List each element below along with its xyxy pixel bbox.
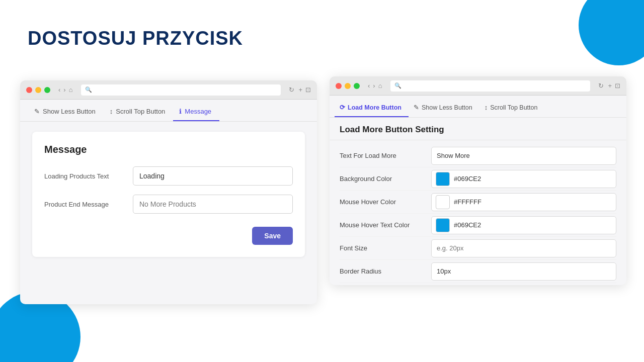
nav-back-right[interactable]: ‹ bbox=[368, 82, 370, 89]
tab-label-show-less-right: Show Less Button bbox=[422, 104, 472, 111]
tab-icon-load-more: ⟳ bbox=[340, 104, 345, 111]
bg-color-swatch bbox=[436, 172, 450, 186]
reload-left[interactable]: ↻ bbox=[289, 86, 294, 94]
left-tabs-bar: ✎ Show Less Button ↕ Scroll Top Button ℹ… bbox=[20, 100, 317, 122]
input-font-size[interactable] bbox=[431, 239, 616, 257]
chrome-nav-left: ‹ › ⌂ bbox=[58, 86, 73, 94]
tab-icon-scroll-top-right: ↕ bbox=[485, 104, 488, 111]
traffic-lights-left bbox=[26, 87, 50, 93]
label-text-load-more: Text For Load More bbox=[340, 152, 425, 159]
add-tab-left[interactable]: + bbox=[298, 86, 302, 94]
bg-color-wrapper[interactable]: #069CE2 bbox=[431, 170, 616, 188]
label-border-radius: Border Radius bbox=[340, 267, 425, 275]
message-card: Message Loading Products Text Product En… bbox=[32, 132, 305, 257]
loading-text-input[interactable] bbox=[133, 166, 293, 186]
nav-home-right[interactable]: ⌂ bbox=[378, 82, 382, 89]
more-left[interactable]: ⊡ bbox=[305, 86, 311, 94]
label-hover-text-color: Mouse Hover Text Color bbox=[340, 221, 425, 229]
tab-load-more-right[interactable]: ⟳ Load More Button bbox=[335, 99, 409, 117]
chrome-right-left: + ⊡ bbox=[298, 86, 311, 94]
row-hover-text-color: Mouse Hover Text Color #069CE2 bbox=[340, 214, 616, 237]
input-text-load-more[interactable] bbox=[431, 147, 616, 165]
tl-red-left bbox=[26, 87, 32, 93]
row-bg-color: Background Color #069CE2 bbox=[340, 167, 616, 191]
left-browser-mockup: ‹ › ⌂ 🔍 ↻ + ⊡ ✎ Show Less Button ↕ Scrol… bbox=[20, 80, 317, 304]
search-icon-left: 🔍 bbox=[85, 86, 92, 93]
tab-icon-show-less-left: ✎ bbox=[34, 108, 40, 115]
tl-red-right bbox=[336, 83, 342, 89]
nav-forward-right[interactable]: › bbox=[373, 82, 375, 89]
address-bar-left: 🔍 bbox=[81, 84, 281, 96]
row-font-size: Font Size bbox=[340, 237, 616, 260]
row-border-radius: Border Radius bbox=[340, 260, 616, 283]
tl-green-left bbox=[44, 87, 50, 93]
tab-icon-scroll-top-left: ↕ bbox=[110, 108, 113, 115]
label-bg-color: Background Color bbox=[340, 175, 425, 183]
chrome-nav-right: ‹ › ⌂ bbox=[368, 82, 382, 89]
chrome-right-right: + ⊡ bbox=[608, 82, 620, 89]
end-message-row: Product End Message bbox=[44, 195, 293, 214]
tab-label-scroll-top-right: Scroll Top Button bbox=[490, 104, 537, 111]
end-message-input[interactable] bbox=[133, 195, 293, 214]
row-text-load-more: Text For Load More bbox=[340, 144, 616, 167]
settings-form: Text For Load More Background Color #069… bbox=[330, 140, 626, 285]
tab-scroll-top-right[interactable]: ↕ Scroll Top Button bbox=[479, 99, 545, 117]
tab-label-show-less-left: Show Less Button bbox=[43, 108, 96, 115]
reload-right[interactable]: ↻ bbox=[598, 82, 604, 89]
right-tabs-bar: ⟳ Load More Button ✎ Show Less Button ↕ … bbox=[330, 96, 626, 118]
nav-forward-left[interactable]: › bbox=[63, 86, 65, 94]
settings-panel-title: Load More Button Setting bbox=[330, 118, 626, 140]
address-bar-right: 🔍 bbox=[390, 80, 591, 92]
tab-label-load-more: Load More Button bbox=[348, 104, 401, 111]
tab-label-scroll-top-left: Scroll Top Button bbox=[116, 108, 165, 115]
nav-back-left[interactable]: ‹ bbox=[58, 86, 60, 94]
deco-circle-top-right bbox=[579, 0, 644, 65]
left-panel-content: Message Loading Products Text Product En… bbox=[20, 122, 317, 267]
hover-color-wrapper[interactable]: #FFFFFF bbox=[431, 193, 616, 211]
add-tab-right[interactable]: + bbox=[608, 82, 612, 89]
label-hover-color: Mouse Hover Color bbox=[340, 198, 425, 206]
tab-icon-message-left: ℹ bbox=[179, 108, 182, 115]
save-button-left[interactable]: Save bbox=[252, 227, 293, 245]
nav-home-left[interactable]: ⌂ bbox=[69, 86, 73, 94]
tl-yellow-left bbox=[35, 87, 41, 93]
right-browser-mockup: ‹ › ⌂ 🔍 ↻ + ⊡ ⟳ Load More Button ✎ Show … bbox=[330, 76, 626, 285]
hover-color-value: #FFFFFF bbox=[454, 198, 481, 206]
label-font-size: Font Size bbox=[340, 244, 425, 252]
more-right[interactable]: ⊡ bbox=[615, 82, 620, 89]
end-message-label: Product End Message bbox=[44, 201, 125, 208]
hover-text-color-wrapper[interactable]: #069CE2 bbox=[431, 216, 616, 234]
tab-label-message-left: Message bbox=[185, 108, 211, 115]
hover-color-swatch bbox=[436, 195, 450, 209]
tl-yellow-right bbox=[345, 83, 351, 89]
loading-text-label: Loading Products Text bbox=[44, 172, 125, 180]
input-border-radius[interactable] bbox=[431, 262, 616, 281]
right-browser-chrome: ‹ › ⌂ 🔍 ↻ + ⊡ bbox=[330, 76, 626, 96]
loading-text-row: Loading Products Text bbox=[44, 166, 293, 186]
hover-text-color-swatch bbox=[436, 218, 450, 232]
tab-scroll-top-left[interactable]: ↕ Scroll Top Button bbox=[104, 103, 174, 121]
traffic-lights-right bbox=[336, 83, 360, 89]
left-browser-chrome: ‹ › ⌂ 🔍 ↻ + ⊡ bbox=[20, 80, 317, 100]
tab-show-less-left[interactable]: ✎ Show Less Button bbox=[28, 103, 104, 121]
row-hover-color: Mouse Hover Color #FFFFFF bbox=[340, 191, 616, 214]
search-icon-right: 🔍 bbox=[394, 82, 401, 89]
message-card-title: Message bbox=[44, 144, 293, 155]
tl-green-right bbox=[354, 83, 360, 89]
page-title: DOSTOSUJ PRZYCISK bbox=[28, 28, 243, 49]
tab-show-less-right[interactable]: ✎ Show Less Button bbox=[409, 99, 479, 117]
bg-color-value: #069CE2 bbox=[454, 175, 481, 183]
tab-message-left[interactable]: ℹ Message bbox=[173, 103, 219, 121]
tab-icon-show-less-right: ✎ bbox=[414, 104, 419, 111]
hover-text-color-value: #069CE2 bbox=[454, 221, 481, 229]
